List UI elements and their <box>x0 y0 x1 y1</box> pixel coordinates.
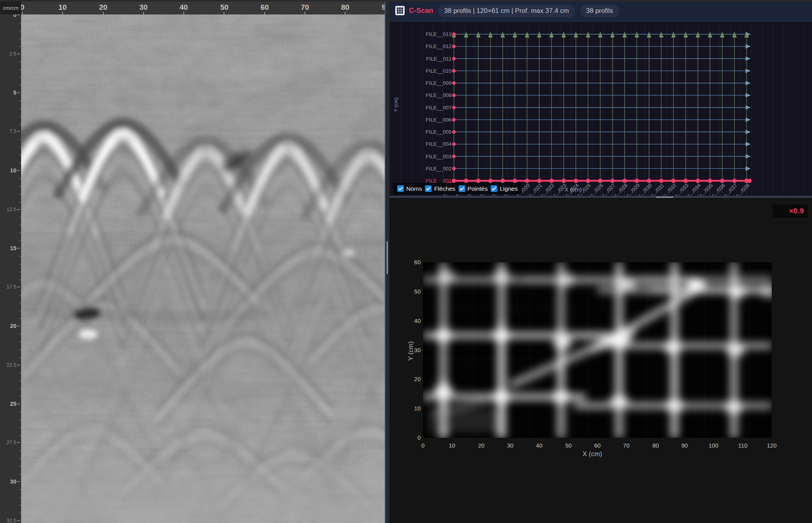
svg-text:FILE__006: FILE__006 <box>426 117 452 123</box>
svg-text:X (cm): X (cm) <box>565 186 582 193</box>
svg-text:FILE__003: FILE__003 <box>426 154 452 159</box>
svg-text:FILE__007: FILE__007 <box>426 105 452 111</box>
svg-text:FILE__005: FILE__005 <box>426 129 452 135</box>
svg-text:Y (cm): Y (cm) <box>393 97 399 112</box>
svg-text:FILE__002: FILE__002 <box>426 166 452 172</box>
svg-text:FILE__009: FILE__009 <box>426 80 452 86</box>
svg-text:FILE__013: FILE__013 <box>426 31 452 37</box>
svg-text:FILE__004: FILE__004 <box>426 141 452 147</box>
svg-text:FILE__011: FILE__011 <box>426 56 452 62</box>
svg-text:FILE__010: FILE__010 <box>426 68 452 74</box>
svg-text:FILE__012: FILE__012 <box>426 43 452 49</box>
svg-text:FILE__008: FILE__008 <box>426 92 452 98</box>
